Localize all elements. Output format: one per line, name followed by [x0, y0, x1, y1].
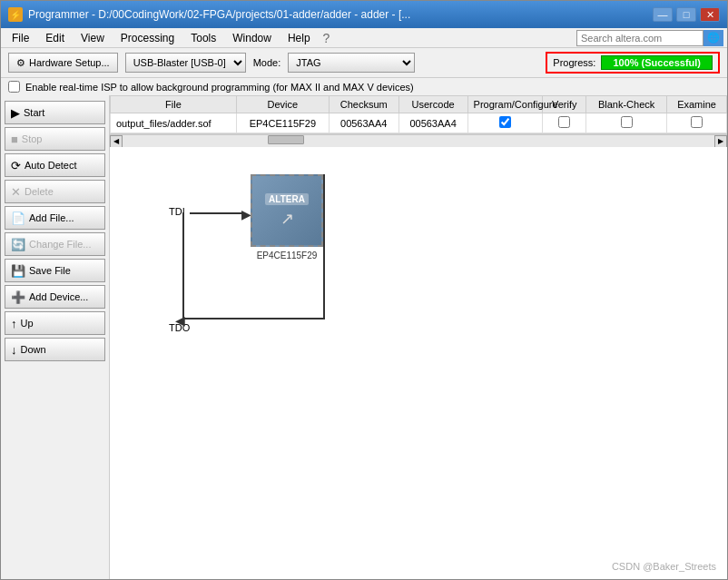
- file-table: File Device Checksum Usercode Program/Co…: [110, 95, 727, 133]
- cell-file: output_files/adder.sof: [111, 113, 237, 133]
- program-checkbox[interactable]: [499, 116, 511, 128]
- up-icon: ↑: [11, 317, 17, 330]
- cell-checksum: 00563AA4: [329, 113, 398, 133]
- hardware-setup-button[interactable]: ⚙ Hardware Setup...: [8, 53, 118, 73]
- change-file-button[interactable]: 🔄 Change File...: [5, 232, 105, 256]
- right-connector-line: [323, 174, 325, 319]
- main-window: ⚡ Programmer - D:/00CodingWork/02-FPGA/p…: [0, 0, 728, 580]
- app-icon: ⚡: [8, 7, 23, 22]
- table-row: output_files/adder.sof EP4CE115F29 00563…: [111, 113, 727, 133]
- sidebar: ▶ Start ■ Stop ⟳ Auto Detect ✕ Delete 📄 …: [1, 95, 110, 579]
- col-program: Program/Configure: [467, 96, 543, 113]
- tdo-arrow-head: ◀: [175, 313, 185, 328]
- watermark: CSDN @Baker_Streets: [612, 561, 716, 572]
- col-checksum: Checksum: [329, 96, 398, 113]
- cell-program: [467, 113, 543, 133]
- title-bar: ⚡ Programmer - D:/00CodingWork/02-FPGA/p…: [1, 1, 727, 28]
- menu-view[interactable]: View: [74, 30, 112, 46]
- save-file-button[interactable]: 💾 Save File: [5, 259, 105, 282]
- stop-button[interactable]: ■ Stop: [5, 127, 105, 151]
- maximize-button[interactable]: □: [676, 7, 696, 22]
- progress-area: Progress: 100% (Successful): [546, 52, 720, 74]
- auto-detect-button[interactable]: ⟳ Auto Detect: [5, 153, 105, 177]
- add-device-button[interactable]: ➕ Add Device...: [5, 285, 105, 309]
- cell-blank-check: [586, 113, 667, 133]
- col-file: File: [111, 96, 237, 113]
- bottom-connector-line: [182, 318, 325, 319]
- menu-bar: File Edit View Processing Tools Window H…: [1, 28, 727, 48]
- chip-box: ALTERA ↗: [251, 174, 323, 247]
- close-button[interactable]: ✕: [700, 7, 720, 22]
- scrollbar-horizontal: ◀ ▶: [110, 134, 727, 147]
- menu-edit[interactable]: Edit: [38, 30, 72, 46]
- scroll-track: [123, 135, 714, 148]
- title-buttons: — □ ✕: [653, 7, 720, 22]
- search-input[interactable]: [576, 30, 703, 46]
- stop-icon: ■: [11, 133, 18, 146]
- isp-checkbox[interactable]: [8, 81, 20, 93]
- search-box: 🌐: [576, 30, 723, 46]
- progress-bar: 100% (Successful): [601, 55, 713, 70]
- hardware-setup-icon: ⚙: [16, 57, 25, 69]
- hardware-select[interactable]: USB-Blaster [USB-0]: [125, 53, 246, 73]
- delete-button[interactable]: ✕ Delete: [5, 180, 105, 203]
- help-icon: ?: [323, 31, 330, 45]
- menu-file[interactable]: File: [5, 30, 36, 46]
- start-icon: ▶: [11, 106, 20, 120]
- down-icon: ↓: [11, 343, 17, 357]
- toolbar: ⚙ Hardware Setup... USB-Blaster [USB-0] …: [1, 48, 727, 78]
- col-usercode: Usercode: [398, 96, 467, 113]
- scroll-right-button[interactable]: ▶: [714, 135, 727, 148]
- add-file-button[interactable]: 📄 Add File...: [5, 206, 105, 230]
- menu-window[interactable]: Window: [225, 30, 279, 46]
- start-button[interactable]: ▶ Start: [5, 101, 105, 124]
- diagram-area: TDI ▶ ALTERA ↗ EP4CE115F29: [110, 147, 727, 579]
- cell-usercode: 00563AA4: [398, 113, 467, 133]
- progress-label: Progress:: [553, 57, 595, 68]
- tdi-line: [190, 212, 244, 214]
- minimize-button[interactable]: —: [653, 7, 673, 22]
- cell-verify: [543, 113, 586, 133]
- mode-label: Mode:: [253, 57, 281, 68]
- verify-checkbox[interactable]: [558, 116, 570, 128]
- title-bar-left: ⚡ Programmer - D:/00CodingWork/02-FPGA/p…: [8, 7, 410, 22]
- add-device-icon: ➕: [11, 290, 25, 304]
- scroll-left-button[interactable]: ◀: [110, 135, 123, 148]
- auto-detect-icon: ⟳: [11, 159, 21, 172]
- menu-help[interactable]: Help: [280, 30, 318, 46]
- chip-logo: ALTERA: [265, 193, 309, 205]
- add-file-icon: 📄: [11, 211, 25, 225]
- left-connector-line: [182, 212, 184, 319]
- content-area: ▶ Start ■ Stop ⟳ Auto Detect ✕ Delete 📄 …: [1, 95, 727, 579]
- delete-icon: ✕: [11, 185, 21, 199]
- examine-checkbox[interactable]: [691, 116, 703, 128]
- down-button[interactable]: ↓ Down: [5, 338, 105, 361]
- menu-tools[interactable]: Tools: [183, 30, 223, 46]
- chip-arrow-icon: ↗: [280, 209, 294, 229]
- search-button[interactable]: 🌐: [703, 30, 723, 46]
- isp-label: Enable real-time ISP to allow background…: [25, 82, 414, 93]
- scroll-thumb[interactable]: [268, 135, 304, 144]
- up-button[interactable]: ↑ Up: [5, 311, 105, 335]
- window-title: Programmer - D:/00CodingWork/02-FPGA/pro…: [28, 8, 410, 21]
- table-area: File Device Checksum Usercode Program/Co…: [110, 95, 727, 134]
- col-examine: Examine: [667, 96, 727, 113]
- col-blank-check: Blank-Check: [586, 96, 667, 113]
- isp-row: Enable real-time ISP to allow background…: [1, 78, 727, 95]
- mode-select[interactable]: JTAG: [288, 53, 415, 73]
- save-file-icon: 💾: [11, 264, 25, 278]
- change-file-icon: 🔄: [11, 238, 25, 251]
- col-device: Device: [236, 96, 329, 113]
- cell-device: EP4CE115F29: [236, 113, 329, 133]
- main-panel: File Device Checksum Usercode Program/Co…: [110, 95, 727, 579]
- chip-container: ALTERA ↗ EP4CE115F29: [251, 174, 323, 261]
- chip-label: EP4CE115F29: [251, 251, 323, 261]
- cell-examine: [667, 113, 727, 133]
- blank-check-checkbox[interactable]: [621, 116, 633, 128]
- menu-processing[interactable]: Processing: [113, 30, 182, 46]
